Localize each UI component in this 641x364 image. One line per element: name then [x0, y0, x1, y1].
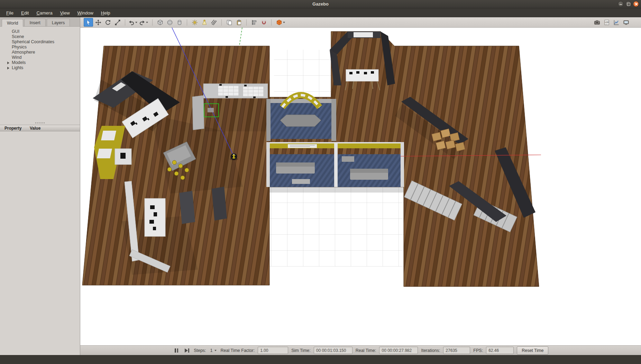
- tab-insert[interactable]: Insert: [24, 19, 45, 26]
- cylinder-tool[interactable]: [175, 18, 184, 27]
- menubar: File Edit Camera View Window Help: [0, 8, 641, 17]
- tree-item-lights[interactable]: Lights: [0, 65, 80, 71]
- view-angle-tool[interactable]: [274, 18, 287, 27]
- tab-world[interactable]: World: [2, 19, 23, 27]
- reset-time-button[interactable]: Reset Time: [517, 346, 548, 355]
- toolbar: LOG: [80, 17, 641, 28]
- value-column-header: Value: [29, 126, 40, 131]
- property-table-body: [0, 131, 80, 355]
- wall-gray-center: [192, 95, 204, 130]
- window-bottom-strip: [0, 355, 641, 364]
- maximize-button[interactable]: [625, 1, 631, 7]
- paste-button[interactable]: [234, 18, 244, 27]
- fps-label: FPS:: [473, 348, 483, 353]
- property-column-header: Property: [0, 126, 29, 131]
- iterations-label: Iterations:: [421, 348, 440, 353]
- svg-text:LOG: LOG: [605, 21, 609, 23]
- sphere-tool[interactable]: [165, 18, 174, 27]
- select-tool[interactable]: [84, 18, 93, 27]
- undo-history-caret-icon: [135, 22, 137, 23]
- rtf-value: 1.00: [258, 347, 288, 354]
- translate-tool[interactable]: [93, 18, 103, 27]
- log-data-button[interactable]: LOG: [602, 18, 611, 27]
- box-tool[interactable]: [155, 18, 165, 27]
- fps-value: 62.46: [486, 347, 514, 354]
- desk-bottomleft: [145, 198, 165, 236]
- view-angle-caret-icon: [283, 22, 285, 23]
- steps-caret-icon: [214, 350, 217, 351]
- left-panel: World Insert Layers GUI Scene Spherical …: [0, 17, 80, 355]
- plot-button[interactable]: [612, 18, 621, 27]
- rtf-label: Real Time Factor:: [221, 348, 255, 353]
- minimize-button[interactable]: [618, 1, 624, 7]
- panel-tabs: World Insert Layers: [0, 17, 80, 27]
- record-video-button[interactable]: [621, 18, 631, 27]
- tree-item-physics[interactable]: Physics: [0, 45, 80, 50]
- real-time-label: Real Time:: [356, 348, 376, 353]
- menu-view[interactable]: View: [57, 9, 73, 17]
- steps-label: Steps:: [194, 348, 206, 353]
- scale-tool[interactable]: [113, 18, 122, 27]
- tree-item-spherical[interactable]: Spherical Coordinates: [0, 39, 80, 45]
- world-tree: GUI Scene Spherical Coordinates Physics …: [0, 27, 80, 121]
- tree-item-wind[interactable]: Wind: [0, 55, 80, 60]
- tree-item-models[interactable]: Models: [0, 60, 80, 65]
- iterations-value: 27635: [443, 347, 470, 354]
- close-button[interactable]: [633, 1, 639, 7]
- point-light-tool[interactable]: [190, 18, 199, 27]
- menu-camera[interactable]: Camera: [33, 9, 56, 17]
- render-viewport[interactable]: [80, 28, 641, 345]
- expand-arrow-icon[interactable]: [7, 62, 9, 64]
- menu-window[interactable]: Window: [74, 9, 97, 17]
- tree-item-scene[interactable]: Scene: [0, 34, 80, 39]
- real-time-value: 00 00:00:27.982: [379, 347, 418, 354]
- menu-help[interactable]: Help: [98, 9, 114, 17]
- menu-edit[interactable]: Edit: [18, 9, 32, 17]
- expand-arrow-icon[interactable]: [7, 67, 9, 69]
- panel-splitter[interactable]: [0, 121, 80, 125]
- pause-button[interactable]: [173, 348, 180, 353]
- scene-render[interactable]: [80, 28, 641, 345]
- snap-tool[interactable]: [259, 18, 268, 27]
- undo-button[interactable]: [128, 18, 137, 27]
- align-tool[interactable]: [249, 18, 259, 27]
- screenshot-button[interactable]: [592, 18, 602, 27]
- window-title: Gazebo: [0, 1, 641, 7]
- redo-history-caret-icon: [146, 22, 148, 23]
- directional-light-tool[interactable]: [209, 18, 219, 27]
- property-table-header: Property Value: [0, 125, 80, 131]
- room-meeting-top: [266, 99, 336, 141]
- table-small: [115, 149, 131, 165]
- sim-time-label: Sim Time:: [291, 348, 311, 353]
- window-controls: [618, 1, 639, 7]
- copy-button[interactable]: [225, 18, 234, 27]
- sim-time-value: 00 00:01:03.150: [314, 347, 352, 354]
- step-button[interactable]: [183, 348, 191, 353]
- menu-file[interactable]: File: [3, 9, 17, 17]
- rotate-tool[interactable]: [103, 18, 112, 27]
- steps-select[interactable]: 1: [209, 347, 218, 354]
- spot-light-tool[interactable]: [200, 18, 209, 27]
- tab-layers[interactable]: Layers: [47, 19, 70, 26]
- tree-item-gui[interactable]: GUI: [0, 29, 80, 34]
- hallway-tables: [203, 84, 268, 98]
- redo-button[interactable]: [138, 18, 149, 27]
- tree-item-atmosphere[interactable]: Atmosphere: [0, 50, 80, 55]
- simulation-statusbar: Steps: 1 Real Time Factor: 1.00 Sim Time…: [80, 345, 641, 355]
- titlebar: Gazebo: [0, 0, 641, 8]
